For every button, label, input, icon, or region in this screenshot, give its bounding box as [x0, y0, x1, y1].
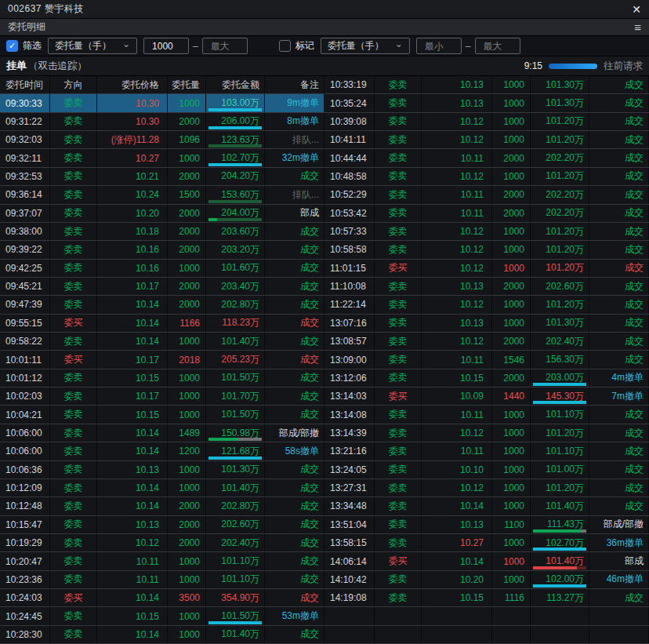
table-row[interactable]: 10:04:21委卖10.151000101.50万成交	[0, 406, 324, 424]
table-row[interactable]: 10:33:19委卖10.131000101.30万成交	[324, 76, 649, 94]
request-earlier-button[interactable]: 往前请求	[604, 60, 643, 73]
table-row[interactable]: 10:06:00委卖10.141489150.98万部成/部撤	[0, 424, 324, 442]
table-row[interactable]: 09:42:25委卖10.161000101.60万成交	[0, 260, 324, 278]
table-row[interactable]: 13:14:39委卖10.121000101.20万成交	[324, 424, 649, 442]
table-row[interactable]: 10:06:00委卖10.141200121.68万58s撤单	[0, 442, 324, 460]
panel-toolbar: 委托明细 ≡	[0, 19, 649, 36]
hamburger-menu-icon[interactable]: ≡	[634, 21, 641, 33]
table-row[interactable]: 10:23:36委卖10.111000101.10万成交	[0, 571, 324, 589]
cell-direction: 委卖	[50, 626, 97, 643]
cell-time: 14:19:08	[324, 589, 375, 606]
table-row[interactable]: 11:01:15委买10.121000101.20万成交	[324, 260, 649, 278]
cell-direction: 委卖	[50, 534, 97, 551]
table-row[interactable]: 10:48:58委卖10.121000101.20万成交	[324, 168, 649, 186]
table-row[interactable]: 13:07:16委卖10.131000101.30万成交	[324, 315, 649, 333]
table-row[interactable]: 14:06:14委买10.141000101.40万部成	[324, 552, 649, 570]
table-row[interactable]: 14:19:08委卖10.151116113.27万成交	[324, 589, 649, 607]
table-row[interactable]: 13:12:06委卖10.152000203.00万4m撤单	[324, 369, 649, 387]
table-row[interactable]: 10:24:03委买10.143500354.90万成交	[0, 589, 324, 607]
cell-amount: 101.20万	[531, 223, 589, 240]
table-row[interactable]: 09:32:53委卖10.212000204.20万成交	[0, 168, 324, 186]
cell-volume: 2000	[168, 205, 206, 222]
cell-amount: 101.30万	[206, 461, 265, 478]
table-row[interactable]: 09:31:22委卖10.302000206.00万8m撤单	[0, 113, 324, 131]
table-row[interactable]: 13:58:15委卖10.271000102.70万36m撤单	[324, 534, 649, 552]
table-row[interactable]: 13:51:04委卖10.131100111.43万部成/部撤	[324, 516, 649, 534]
table-row[interactable]: 13:21:16委卖10.111000101.10万成交	[324, 442, 649, 460]
table-header-row: 委托时间方向委托价格委托量委托金额备注	[0, 76, 324, 94]
cell-note: 成交	[265, 333, 324, 350]
cell-volume	[492, 626, 531, 643]
table-row[interactable]: 10:58:58委卖10.121000101.20万成交	[324, 241, 649, 259]
table-row[interactable]: 10:57:33委卖10.121000101.20万成交	[324, 223, 649, 241]
table-row[interactable]: 09:37:07委卖10.202000204.00万部成	[0, 205, 324, 223]
min-volume-input-1[interactable]	[143, 38, 189, 54]
table-row[interactable]: 09:45:21委卖10.172000203.40万成交	[0, 278, 324, 296]
table-row[interactable]: 13:27:31委卖10.121000101.20万成交	[324, 479, 649, 497]
table-row[interactable]: 10:12:48委卖10.142000202.80万成交	[0, 497, 324, 515]
table-row[interactable]: 13:24:05委卖10.101000101.00万成交	[324, 461, 649, 479]
table-row[interactable]: 09:58:22委卖10.141000101.40万成交	[0, 333, 324, 351]
cell-price: 10.14	[97, 626, 168, 643]
mark-checkbox[interactable]	[279, 40, 291, 52]
table-row[interactable]	[324, 626, 649, 644]
volume-field-select-1[interactable]: 委托量（手） ⌄	[48, 38, 137, 54]
table-row[interactable]: 09:38:00委卖10.182000203.60万成交	[0, 223, 324, 241]
cell-time: 13:07:16	[324, 315, 375, 332]
cell-time	[324, 626, 375, 643]
table-row[interactable]: 13:14:03委买10.091440145.30万7m撤单	[324, 387, 649, 406]
table-row[interactable]: 13:34:48委卖10.141000101.40万成交	[324, 497, 649, 515]
table-row[interactable]: 11:22:14委卖10.121000101.20万成交	[324, 296, 649, 314]
table-row[interactable]: 10:02:03委卖10.171000101.70万成交	[0, 387, 324, 406]
table-row[interactable]: 09:32:03委卖(涨停)11.281096123.63万排队...	[0, 131, 324, 149]
cell-time: 10:06:00	[0, 442, 50, 460]
table-row[interactable]: 10:35:24委卖10.131000101.30万成交	[324, 94, 649, 112]
close-icon[interactable]: ✕	[632, 4, 641, 15]
table-row[interactable]: 11:10:08委卖10.132000202.60万成交	[324, 278, 649, 296]
table-row[interactable]: 13:08:57委卖10.122000202.40万成交	[324, 333, 649, 351]
table-row[interactable]: 10:52:29委卖10.112000202.20万成交	[324, 186, 649, 204]
cell-volume: 1000	[492, 168, 531, 185]
table-row[interactable]: 09:47:39委卖10.142000202.80万成交	[0, 296, 324, 314]
max-volume-input-2[interactable]	[475, 38, 520, 54]
min-volume-input-2[interactable]	[416, 38, 462, 54]
table-row[interactable]: 10:41:11委卖10.121000101.20万成交	[324, 131, 649, 149]
cell-volume: 2000	[168, 278, 206, 295]
table-row[interactable]: 09:39:22委卖10.162000203.20万成交	[0, 241, 324, 259]
table-row[interactable]: 10:01:11委买10.172018205.23万成交	[0, 351, 324, 369]
table-row[interactable]: 10:19:29委卖10.122000202.40万成交	[0, 534, 324, 552]
cell-amount: 101.20万	[531, 260, 589, 277]
cell-volume: 1000	[492, 442, 531, 460]
volume-field-select-2[interactable]: 委托量（手） ⌄	[321, 38, 410, 54]
table-row[interactable]: 10:01:12委卖10.151000101.50万成交	[0, 369, 324, 387]
cell-price: 10.09	[422, 387, 492, 405]
table-row[interactable]: 09:55:15委买10.141166118.23万成交	[0, 315, 324, 333]
table-row[interactable]: 10:53:42委卖10.112000202.20万成交	[324, 205, 649, 223]
cell-note: 36m撤单	[589, 534, 649, 551]
table-row[interactable]: 10:06:36委卖10.131000101.30万成交	[0, 461, 324, 479]
table-row[interactable]: 10:20:47委卖10.111000101.10万成交	[0, 552, 324, 570]
table-row[interactable]: 09:32:11委卖10.271000102.70万32m撤单	[0, 149, 324, 167]
filter-checkbox[interactable]: ✓	[6, 40, 18, 52]
table-row[interactable]: 09:30:33委卖10.301000103.00万9m撤单	[0, 94, 324, 112]
cell-time: 10:52:29	[324, 186, 375, 203]
table-row[interactable]: 10:12:09委卖10.141000101.40万成交	[0, 479, 324, 497]
cell-note: 成交	[589, 497, 649, 515]
max-volume-input-1[interactable]	[202, 38, 248, 54]
table-row[interactable]: 09:36:14委卖10.241500153.60万排队...	[0, 186, 324, 204]
table-row[interactable]: 10:15:47委卖10.132000202.60万成交	[0, 516, 324, 534]
table-row[interactable]: 13:09:00委卖10.111546156.30万成交	[324, 351, 649, 369]
cell-amount: 101.10万	[206, 571, 265, 588]
cell-price: 10.12	[422, 113, 492, 130]
table-row[interactable]: 10:24:45委卖10.151000101.50万53m撤单	[0, 607, 324, 625]
table-row[interactable]: 14:10:42委卖10.201000102.00万46m撤单	[324, 571, 649, 589]
table-row[interactable]	[324, 607, 649, 625]
table-row[interactable]: 10:28:30委卖10.141000101.40万成交	[0, 626, 324, 644]
cell-amount: 101.20万	[531, 296, 589, 313]
table-row[interactable]: 13:14:08委卖10.111000101.10万成交	[324, 406, 649, 424]
cell-amount: 202.60万	[206, 516, 265, 533]
cell-note: 53m撤单	[265, 607, 324, 624]
table-row[interactable]: 10:39:08委卖10.121000101.20万成交	[324, 113, 649, 131]
cell-note: 部成	[589, 552, 649, 569]
table-row[interactable]: 10:44:44委卖10.112000202.20万成交	[324, 149, 649, 167]
